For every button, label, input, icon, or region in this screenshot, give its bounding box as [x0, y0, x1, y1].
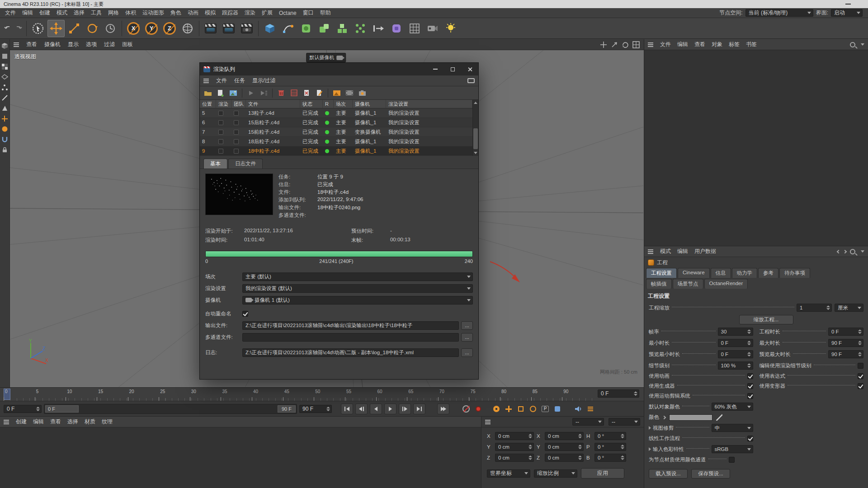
autokey-off-icon[interactable]: [461, 404, 471, 414]
tab-key-interpolation[interactable]: 帧插值: [646, 279, 672, 289]
node-color-channel-checkbox[interactable]: [729, 457, 735, 463]
power-slider[interactable]: 0 F 90 F: [44, 404, 297, 414]
disclosure-icon[interactable]: [649, 426, 651, 430]
render-picture-viewer-icon[interactable]: [220, 20, 237, 37]
koord-ball-icon[interactable]: [1, 125, 9, 132]
position-y-field[interactable]: 0 cm: [495, 443, 534, 451]
snapshot-icon[interactable]: [357, 88, 368, 99]
menu-window[interactable]: 窗口: [300, 8, 317, 18]
menu-octane[interactable]: Octane: [276, 9, 300, 17]
output-file-input[interactable]: Z:\正在进行项目\20221013滚轴筛\c4d\输出\渲染输出\18中粒子\…: [242, 321, 459, 330]
om-menu-view[interactable]: 查看: [691, 40, 708, 49]
history-back-icon[interactable]: [837, 249, 840, 253]
dialog-minimize-button[interactable]: [427, 63, 444, 75]
auto-rename-checkbox[interactable]: [242, 311, 248, 317]
menu-tracker[interactable]: 跟踪器: [219, 8, 241, 18]
model-mode-icon[interactable]: [1, 52, 9, 60]
range-end-handle[interactable]: 90 F: [278, 405, 296, 413]
menu-mode[interactable]: 模式: [53, 8, 71, 18]
tab-dynamics[interactable]: 动力学: [732, 268, 758, 278]
dialog-maximize-button[interactable]: [444, 63, 461, 75]
team-checkbox[interactable]: [234, 149, 239, 154]
attribute-menu-icon[interactable]: [648, 251, 653, 252]
mat-menu-view[interactable]: 查看: [47, 417, 64, 427]
rotate-view-icon[interactable]: [621, 41, 629, 49]
vp-menu-display[interactable]: 显示: [64, 40, 82, 49]
team-checkbox[interactable]: [234, 111, 239, 116]
rotation-b-field[interactable]: 0 °: [594, 454, 626, 462]
cloner-icon[interactable]: [334, 20, 351, 37]
coordinates-menu-icon[interactable]: [485, 422, 491, 422]
tab-info[interactable]: 信息: [711, 268, 731, 278]
menu-file[interactable]: 文件: [2, 8, 19, 18]
dialog-titlebar[interactable]: 渲染队列: [200, 63, 478, 75]
am-menu-userdata[interactable]: 用户数据: [691, 247, 719, 256]
om-menu-objects[interactable]: 对象: [708, 40, 726, 49]
eyedropper-icon[interactable]: [716, 414, 722, 421]
points-mode-icon[interactable]: [1, 84, 9, 91]
spline-pen-icon[interactable]: [279, 20, 297, 37]
use-mcs-checkbox[interactable]: [747, 393, 753, 399]
use-expressions-checkbox[interactable]: [858, 373, 863, 379]
tab-logfile[interactable]: 日志文件: [228, 159, 263, 169]
stepper-icon[interactable]: [35, 407, 40, 411]
default-color-dropdown[interactable]: 60% 灰色: [712, 403, 753, 411]
make-editable-icon[interactable]: [1, 42, 9, 49]
chevron-down-icon[interactable]: [861, 250, 864, 253]
goto-start-icon[interactable]: [341, 404, 353, 414]
scroll-down-icon[interactable]: [473, 150, 478, 156]
render-settings-dropdown[interactable]: 我的渲染设置 (默认): [242, 284, 473, 293]
enable-axis-icon[interactable]: [1, 115, 9, 122]
job-row-selected[interactable]: 9 18中粒子.c4d 已完成 主要 摄像机_1 我的渲染设置: [200, 146, 472, 156]
project-scale-field[interactable]: 1: [797, 304, 832, 312]
current-frame-field[interactable]: 0 F: [4, 405, 42, 413]
render-checkbox[interactable]: [218, 120, 223, 125]
object-manager-menu-icon[interactable]: [648, 44, 653, 45]
y-axis-lock-icon[interactable]: [143, 20, 160, 37]
vp-menu-view[interactable]: 查看: [23, 40, 41, 49]
tab-project-settings[interactable]: 工程设置: [646, 268, 677, 278]
record-position-icon[interactable]: [504, 404, 514, 414]
camera-icon[interactable]: [424, 20, 441, 37]
menu-render[interactable]: 渲染: [241, 8, 259, 18]
vp-menu-cameras[interactable]: 摄像机: [41, 40, 64, 49]
history-forward-icon[interactable]: [843, 249, 847, 253]
am-menu-mode[interactable]: 模式: [657, 247, 674, 256]
color-swatch[interactable]: [669, 414, 712, 421]
menu-mesh[interactable]: 网格: [105, 8, 122, 18]
dialog-close-button[interactable]: [461, 63, 478, 75]
scroll-up-icon[interactable]: [473, 100, 478, 106]
scale-project-button[interactable]: 缩放工程...: [739, 315, 793, 324]
menu-mograph[interactable]: 运动图形: [139, 8, 167, 18]
prev-frame-icon[interactable]: [370, 404, 382, 414]
delete-job-icon[interactable]: [276, 88, 287, 99]
team-checkbox[interactable]: [234, 130, 239, 135]
team-checkbox[interactable]: [234, 120, 239, 125]
search-icon[interactable]: [850, 249, 855, 254]
rotation-p-field[interactable]: 0 °: [594, 443, 626, 451]
render-lod-checkbox[interactable]: [858, 363, 863, 369]
chevron-down-icon[interactable]: [861, 43, 864, 46]
size-z-field[interactable]: 0 cm: [545, 454, 584, 462]
size-y-field[interactable]: 0 cm: [545, 443, 584, 451]
stepper-icon[interactable]: [326, 407, 330, 411]
record-rotation-icon[interactable]: [528, 404, 538, 414]
toggle-view-icon[interactable]: [632, 41, 640, 49]
job-table-header[interactable]: 位置 渲染 团队 文件 状态 R 场次 摄像机 渲染设置: [200, 100, 472, 108]
rotation-h-field[interactable]: 0 °: [594, 432, 626, 440]
dlg-menu-filter[interactable]: 显示/过滤: [249, 76, 279, 85]
coord-mode2-dropdown[interactable]: --: [609, 418, 640, 426]
log-browse-button[interactable]: ...: [461, 348, 473, 357]
coord-system-dropdown[interactable]: 世界坐标: [487, 469, 530, 478]
coord-mode-dropdown[interactable]: --: [572, 418, 604, 426]
lock-workplane-icon[interactable]: [1, 146, 9, 153]
fps-field[interactable]: 30: [718, 328, 753, 336]
menu-animate[interactable]: 动画: [184, 8, 202, 18]
x-axis-lock-icon[interactable]: [125, 20, 142, 37]
start-render-icon[interactable]: [245, 88, 256, 99]
menu-simulate[interactable]: 模拟: [202, 8, 219, 18]
interface-dropdown[interactable]: 启动: [831, 9, 863, 17]
team-checkbox[interactable]: [234, 139, 239, 144]
clear-finished-icon[interactable]: [301, 88, 312, 99]
menu-extensions[interactable]: 扩展: [259, 8, 276, 18]
